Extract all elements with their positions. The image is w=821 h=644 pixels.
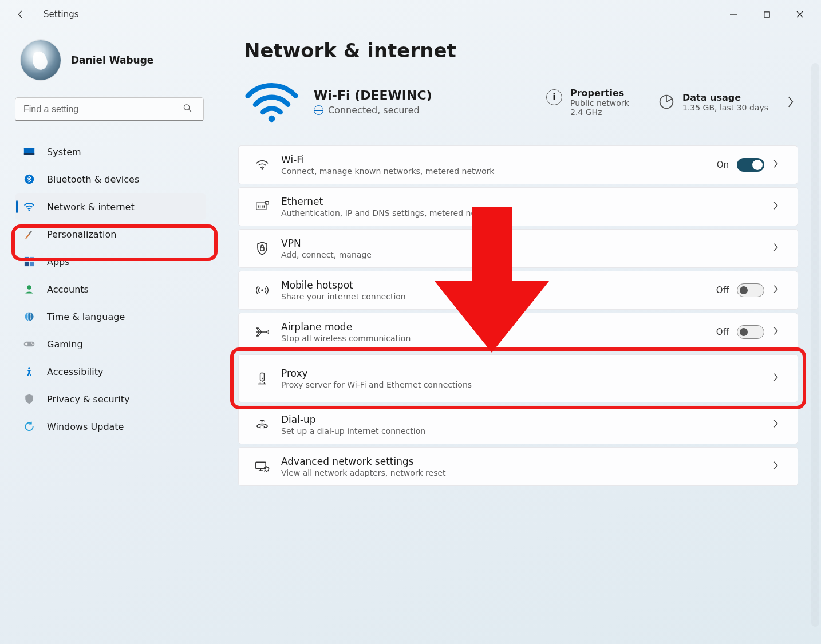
card-advanced-network[interactable]: Advanced network settings View all netwo… <box>238 447 798 486</box>
svg-point-4 <box>184 105 189 110</box>
svg-point-22 <box>268 116 274 122</box>
sidebar-item-accounts[interactable]: Accounts <box>15 276 206 302</box>
svg-rect-27 <box>260 247 264 251</box>
ethernet-icon <box>251 200 273 213</box>
minimize-button[interactable] <box>717 3 750 26</box>
sidebar-item-label: Apps <box>47 256 70 267</box>
properties-block[interactable]: i Properties Public network 2.4 GHz <box>546 88 644 117</box>
card-subtitle: Set up a dial-up internet connection <box>281 426 772 436</box>
card-title: VPN <box>281 238 772 249</box>
connection-status-row: Wi-Fi (DEEWINC) Connected, secured i Pro… <box>244 79 798 125</box>
sidebar-item-accessibility[interactable]: Accessibility <box>15 358 206 385</box>
settings-cards: Wi-Fi Connect, manage known networks, me… <box>238 145 798 486</box>
chevron-right-icon <box>772 418 785 431</box>
app-title: Settings <box>44 9 79 19</box>
wifi-icon <box>23 200 35 213</box>
connection-details[interactable]: Wi-Fi (DEEWINC) Connected, secured <box>314 88 432 116</box>
card-proxy[interactable]: Proxy Proxy server for Wi-Fi and Etherne… <box>238 354 798 402</box>
card-title: Advanced network settings <box>281 456 772 467</box>
hotspot-toggle[interactable] <box>737 283 764 297</box>
card-subtitle: Proxy server for Wi-Fi and Ethernet conn… <box>281 380 772 389</box>
main: Network & internet Wi-Fi (DEEWINC) Conne… <box>218 29 821 633</box>
close-button[interactable] <box>783 3 816 26</box>
connection-name: Wi-Fi (DEEWINC) <box>314 88 432 102</box>
globe-icon <box>314 105 323 115</box>
airplane-icon <box>251 326 273 338</box>
proxy-icon <box>251 371 273 386</box>
svg-rect-14 <box>30 262 34 266</box>
card-ethernet[interactable]: Ethernet Authentication, IP and DNS sett… <box>238 187 798 226</box>
card-title: Airplane mode <box>281 321 716 333</box>
sidebar-item-gaming[interactable]: Gaming <box>15 331 206 357</box>
wifi-icon-large <box>244 79 299 125</box>
chevron-right-icon <box>772 159 785 171</box>
sidebar-item-label: Time & language <box>47 311 125 322</box>
svg-point-20 <box>32 344 33 345</box>
sidebar-item-label: Bluetooth & devices <box>47 174 139 185</box>
chevron-right-icon[interactable] <box>783 94 798 109</box>
chevron-right-icon <box>772 242 785 255</box>
svg-point-24 <box>262 168 263 170</box>
info-icon: i <box>546 89 562 105</box>
hotspot-state-label: Off <box>716 285 729 295</box>
sidebar-item-personalization[interactable]: Personalization <box>15 221 206 247</box>
card-title: Wi-Fi <box>281 154 717 165</box>
sidebar-item-privacy[interactable]: Privacy & security <box>15 386 206 412</box>
card-subtitle: Share your internet connection <box>281 292 716 301</box>
wifi-toggle[interactable] <box>737 158 764 172</box>
chevron-right-icon <box>772 372 785 385</box>
card-wifi[interactable]: Wi-Fi Connect, manage known networks, me… <box>238 145 798 184</box>
data-usage-block[interactable]: Data usage 1.35 GB, last 30 days <box>658 92 768 112</box>
accessibility-icon <box>23 365 35 378</box>
sidebar-item-time-language[interactable]: Time & language <box>15 303 206 330</box>
svg-rect-12 <box>30 257 34 261</box>
svg-point-21 <box>28 367 30 369</box>
svg-rect-10 <box>29 231 33 235</box>
card-mobile-hotspot[interactable]: Mobile hotspot Share your internet conne… <box>238 271 798 310</box>
sidebar-item-windows-update[interactable]: Windows Update <box>15 413 206 440</box>
svg-rect-13 <box>25 262 29 266</box>
sidebar-item-bluetooth[interactable]: Bluetooth & devices <box>15 166 206 192</box>
sidebar-item-system[interactable]: System <box>15 139 206 165</box>
avatar <box>21 40 61 80</box>
airplane-state-label: Off <box>716 327 729 337</box>
search-input[interactable] <box>15 97 204 121</box>
svg-rect-1 <box>764 11 769 17</box>
svg-point-30 <box>262 378 263 379</box>
accounts-icon <box>23 283 35 295</box>
maximize-button[interactable] <box>750 3 783 26</box>
page-title: Network & internet <box>244 39 798 62</box>
svg-rect-25 <box>256 203 266 210</box>
titlebar: Settings <box>0 0 821 29</box>
chevron-right-icon <box>772 326 785 338</box>
svg-point-19 <box>31 342 32 343</box>
svg-point-28 <box>261 289 263 291</box>
data-usage-icon <box>658 94 674 112</box>
wifi-state-label: On <box>717 160 729 170</box>
system-icon <box>23 145 35 158</box>
card-subtitle: Stop all wireless communication <box>281 334 716 343</box>
username: Daniel Wabuge <box>71 54 153 66</box>
properties-line1: Public network <box>570 98 629 108</box>
sidebar: Daniel Wabuge System Bluetooth & devices… <box>0 29 218 633</box>
card-title: Dial-up <box>281 414 772 425</box>
sidebar-item-apps[interactable]: Apps <box>15 248 206 275</box>
card-vpn[interactable]: VPN Add, connect, manage <box>238 229 798 268</box>
card-dial-up[interactable]: Dial-up Set up a dial-up internet connec… <box>238 405 798 444</box>
svg-rect-11 <box>25 257 29 261</box>
scrollbar[interactable] <box>811 63 819 627</box>
sidebar-item-network[interactable]: Network & internet <box>15 193 206 220</box>
card-title: Mobile hotspot <box>281 279 716 291</box>
gaming-icon <box>23 338 35 350</box>
airplane-toggle[interactable] <box>737 325 764 339</box>
card-title: Ethernet <box>281 196 772 207</box>
sidebar-item-label: Windows Update <box>47 421 124 432</box>
advanced-network-icon <box>251 460 273 473</box>
profile-block[interactable]: Daniel Wabuge <box>15 40 206 80</box>
chevron-right-icon <box>772 284 785 297</box>
back-button[interactable] <box>9 3 32 26</box>
svg-point-9 <box>29 210 30 211</box>
window-controls <box>717 3 816 26</box>
card-airplane-mode[interactable]: Airplane mode Stop all wireless communic… <box>238 313 798 351</box>
card-subtitle: Authentication, IP and DNS settings, met… <box>281 208 772 218</box>
